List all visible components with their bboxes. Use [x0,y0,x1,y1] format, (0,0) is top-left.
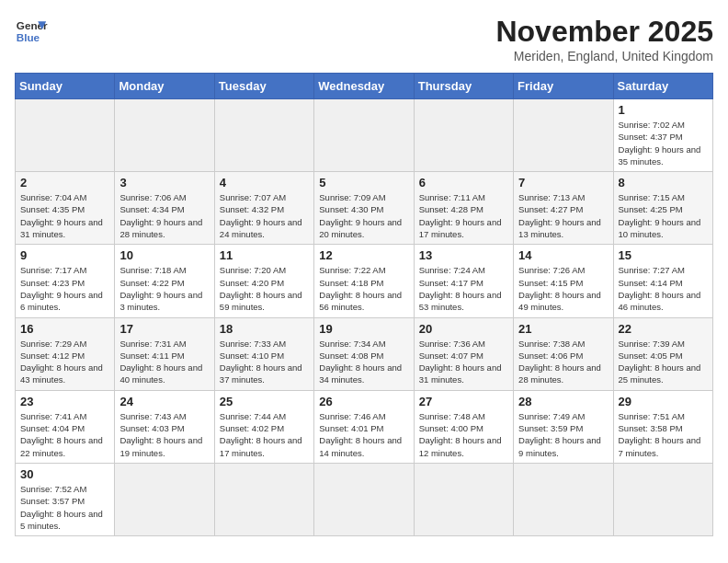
day-info: Sunrise: 7:26 AM Sunset: 4:15 PM Dayligh… [518,264,608,313]
day-number: 1 [619,103,708,117]
day-info: Sunrise: 7:27 AM Sunset: 4:14 PM Dayligh… [619,264,708,313]
calendar-cell: 13Sunrise: 7:24 AM Sunset: 4:17 PM Dayli… [414,245,513,317]
calendar-cell: 28Sunrise: 7:49 AM Sunset: 3:59 PM Dayli… [514,390,613,463]
subtitle: Meriden, England, United Kingdom [495,49,713,63]
calendar-cell: 5Sunrise: 7:09 AM Sunset: 4:30 PM Daylig… [314,172,414,245]
calendar-cell: 29Sunrise: 7:51 AM Sunset: 3:58 PM Dayli… [613,390,712,463]
logo-icon: General Blue [15,15,48,48]
day-info: Sunrise: 7:09 AM Sunset: 4:30 PM Dayligh… [319,191,408,240]
weekday-header-row: SundayMondayTuesdayWednesdayThursdayFrid… [16,74,713,99]
week-row-5: 23Sunrise: 7:41 AM Sunset: 4:04 PM Dayli… [16,390,713,463]
calendar-cell: 9Sunrise: 7:17 AM Sunset: 4:23 PM Daylig… [16,245,115,317]
calendar-cell [115,463,214,535]
day-number: 30 [20,467,109,481]
day-info: Sunrise: 7:11 AM Sunset: 4:28 PM Dayligh… [419,191,508,240]
day-number: 5 [319,176,408,190]
day-number: 17 [119,322,209,336]
day-number: 27 [419,395,508,408]
day-number: 13 [419,248,508,262]
day-info: Sunrise: 7:18 AM Sunset: 4:22 PM Dayligh… [119,264,209,313]
calendar-cell [514,463,613,535]
day-number: 7 [518,176,608,190]
day-number: 26 [319,395,408,408]
calendar-cell: 19Sunrise: 7:34 AM Sunset: 4:08 PM Dayli… [314,317,414,390]
calendar-cell: 15Sunrise: 7:27 AM Sunset: 4:14 PM Dayli… [613,245,712,317]
calendar-cell: 21Sunrise: 7:38 AM Sunset: 4:06 PM Dayli… [514,317,613,390]
calendar-cell: 6Sunrise: 7:11 AM Sunset: 4:28 PM Daylig… [414,172,513,245]
day-info: Sunrise: 7:13 AM Sunset: 4:27 PM Dayligh… [518,191,608,240]
calendar-cell: 25Sunrise: 7:44 AM Sunset: 4:02 PM Dayli… [214,390,313,463]
header: General Blue November 2025 Meriden, Engl… [15,15,713,63]
day-number: 28 [518,395,608,408]
day-number: 21 [518,322,608,336]
calendar-cell: 10Sunrise: 7:18 AM Sunset: 4:22 PM Dayli… [115,245,214,317]
calendar-cell: 11Sunrise: 7:20 AM Sunset: 4:20 PM Dayli… [214,245,313,317]
day-number: 29 [619,395,708,408]
day-info: Sunrise: 7:36 AM Sunset: 4:07 PM Dayligh… [419,338,508,386]
calendar-cell [214,99,313,172]
weekday-header-tuesday: Tuesday [214,74,313,99]
calendar-cell: 2Sunrise: 7:04 AM Sunset: 4:35 PM Daylig… [16,172,115,245]
week-row-2: 2Sunrise: 7:04 AM Sunset: 4:35 PM Daylig… [16,172,713,245]
day-number: 8 [619,176,708,190]
day-number: 11 [220,248,309,262]
weekday-header-monday: Monday [115,74,214,99]
calendar-cell: 7Sunrise: 7:13 AM Sunset: 4:27 PM Daylig… [514,172,613,245]
day-number: 4 [220,176,309,190]
calendar-cell: 22Sunrise: 7:39 AM Sunset: 4:05 PM Dayli… [613,317,712,390]
calendar-cell [414,463,513,535]
day-info: Sunrise: 7:34 AM Sunset: 4:08 PM Dayligh… [319,338,408,386]
day-info: Sunrise: 7:04 AM Sunset: 4:35 PM Dayligh… [20,191,109,240]
day-number: 25 [220,395,309,408]
calendar-cell [314,99,414,172]
day-info: Sunrise: 7:49 AM Sunset: 3:59 PM Dayligh… [518,410,608,459]
day-info: Sunrise: 7:07 AM Sunset: 4:32 PM Dayligh… [220,191,309,240]
day-info: Sunrise: 7:52 AM Sunset: 3:57 PM Dayligh… [20,483,109,532]
logo: General Blue [15,15,48,48]
day-info: Sunrise: 7:46 AM Sunset: 4:01 PM Dayligh… [319,410,408,459]
calendar-cell: 8Sunrise: 7:15 AM Sunset: 4:25 PM Daylig… [613,172,712,245]
weekday-header-sunday: Sunday [16,74,115,99]
svg-text:Blue: Blue [17,31,40,43]
day-number: 2 [20,176,109,190]
calendar-cell [613,463,712,535]
day-info: Sunrise: 7:43 AM Sunset: 4:03 PM Dayligh… [119,410,209,459]
day-info: Sunrise: 7:31 AM Sunset: 4:11 PM Dayligh… [119,338,209,386]
day-number: 18 [220,322,309,336]
calendar-cell: 4Sunrise: 7:07 AM Sunset: 4:32 PM Daylig… [214,172,313,245]
calendar-cell: 23Sunrise: 7:41 AM Sunset: 4:04 PM Dayli… [16,390,115,463]
calendar-cell: 14Sunrise: 7:26 AM Sunset: 4:15 PM Dayli… [514,245,613,317]
day-number: 20 [419,322,508,336]
day-info: Sunrise: 7:02 AM Sunset: 4:37 PM Dayligh… [619,119,708,167]
calendar-cell: 26Sunrise: 7:46 AM Sunset: 4:01 PM Dayli… [314,390,414,463]
calendar-cell: 12Sunrise: 7:22 AM Sunset: 4:18 PM Dayli… [314,245,414,317]
calendar-cell: 30Sunrise: 7:52 AM Sunset: 3:57 PM Dayli… [16,463,115,535]
day-info: Sunrise: 7:17 AM Sunset: 4:23 PM Dayligh… [20,264,109,313]
day-info: Sunrise: 7:24 AM Sunset: 4:17 PM Dayligh… [419,264,508,313]
day-number: 6 [419,176,508,190]
calendar-cell: 27Sunrise: 7:48 AM Sunset: 4:00 PM Dayli… [414,390,513,463]
day-number: 24 [119,395,209,408]
day-number: 22 [619,322,708,336]
day-info: Sunrise: 7:51 AM Sunset: 3:58 PM Dayligh… [619,410,708,459]
day-number: 14 [518,248,608,262]
day-info: Sunrise: 7:44 AM Sunset: 4:02 PM Dayligh… [220,410,309,459]
day-info: Sunrise: 7:20 AM Sunset: 4:20 PM Dayligh… [220,264,309,313]
calendar-cell [214,463,313,535]
day-number: 23 [20,395,109,408]
weekday-header-friday: Friday [514,74,613,99]
week-row-4: 16Sunrise: 7:29 AM Sunset: 4:12 PM Dayli… [16,317,713,390]
title-area: November 2025 Meriden, England, United K… [495,15,713,63]
day-info: Sunrise: 7:29 AM Sunset: 4:12 PM Dayligh… [20,338,109,386]
calendar-cell [314,463,414,535]
month-title: November 2025 [495,15,713,49]
day-info: Sunrise: 7:48 AM Sunset: 4:00 PM Dayligh… [419,410,508,459]
calendar-cell: 24Sunrise: 7:43 AM Sunset: 4:03 PM Dayli… [115,390,214,463]
day-number: 19 [319,322,408,336]
week-row-6: 30Sunrise: 7:52 AM Sunset: 3:57 PM Dayli… [16,463,713,535]
day-info: Sunrise: 7:15 AM Sunset: 4:25 PM Dayligh… [619,191,708,240]
calendar-cell [115,99,214,172]
day-info: Sunrise: 7:22 AM Sunset: 4:18 PM Dayligh… [319,264,408,313]
calendar-cell [414,99,513,172]
calendar-cell: 16Sunrise: 7:29 AM Sunset: 4:12 PM Dayli… [16,317,115,390]
